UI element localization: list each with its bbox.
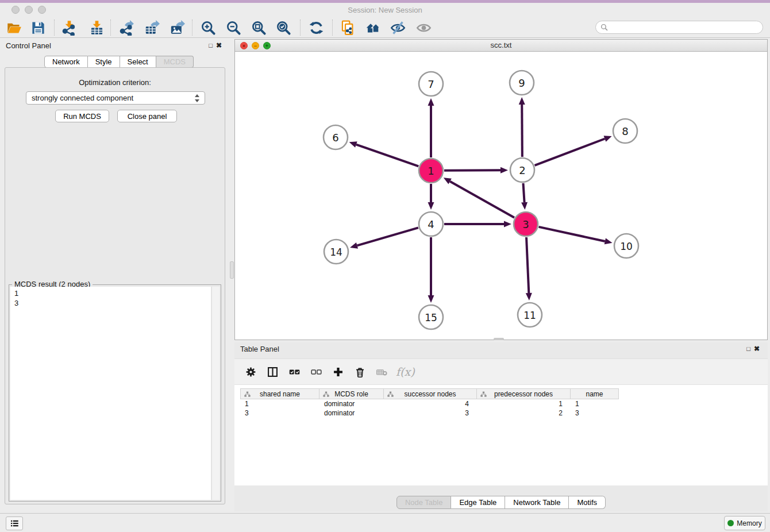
close-panel-icon[interactable]: ✖ bbox=[216, 41, 225, 49]
network-graph[interactable]: 7968124314101511 bbox=[235, 52, 767, 340]
zoom-in-button[interactable] bbox=[197, 18, 220, 37]
import-network-button[interactable] bbox=[57, 18, 80, 37]
memory-button[interactable]: Memory bbox=[724, 516, 765, 530]
window-close-button[interactable] bbox=[11, 6, 20, 14]
network-window-titlebar[interactable]: × − + scc.txt bbox=[235, 40, 767, 52]
tab-motifs[interactable]: Motifs bbox=[569, 496, 606, 509]
column-header-shared-name[interactable]: shared name bbox=[240, 388, 319, 399]
table-cell[interactable]: 3 bbox=[571, 408, 619, 418]
panel-splitter-handle[interactable] bbox=[230, 261, 234, 279]
clone-network-button[interactable] bbox=[336, 18, 359, 37]
optimization-criterion-select[interactable]: strongly connected component bbox=[26, 91, 205, 105]
edge-3-1[interactable] bbox=[450, 182, 514, 218]
network-resize-grip[interactable] bbox=[494, 338, 504, 340]
table-cell[interactable]: 1 bbox=[571, 399, 619, 408]
graph-node-3[interactable]: 3 bbox=[514, 212, 538, 236]
graph-node-8[interactable]: 8 bbox=[613, 119, 637, 143]
edge-1-6[interactable] bbox=[356, 145, 418, 167]
home-button[interactable] bbox=[361, 18, 384, 37]
delete-table-button[interactable] bbox=[374, 364, 389, 379]
open-session-button[interactable] bbox=[2, 18, 25, 37]
unselect-all-columns-button[interactable] bbox=[309, 364, 324, 379]
graph-node-9[interactable]: 9 bbox=[510, 71, 534, 95]
edge-arrowhead bbox=[526, 293, 532, 300]
node-label: 9 bbox=[518, 77, 525, 89]
zoom-out-button[interactable] bbox=[222, 18, 245, 37]
refresh-button[interactable] bbox=[305, 18, 328, 37]
export-table-button[interactable] bbox=[140, 18, 163, 37]
tab-network-table[interactable]: Network Table bbox=[505, 496, 569, 509]
table-cell[interactable]: 4 bbox=[384, 399, 477, 408]
edge-1-2[interactable] bbox=[444, 170, 500, 171]
network-zoom-icon[interactable]: + bbox=[263, 42, 271, 49]
close-panel-button[interactable]: Close panel bbox=[117, 110, 177, 122]
tab-network[interactable]: Network bbox=[44, 56, 88, 68]
add-row-button[interactable] bbox=[330, 364, 345, 379]
tree-icon bbox=[244, 391, 251, 398]
network-close-icon[interactable]: × bbox=[240, 42, 248, 49]
graph-node-14[interactable]: 14 bbox=[324, 240, 348, 264]
table-cell[interactable]: 3 bbox=[240, 408, 319, 418]
edge-3-11[interactable] bbox=[526, 237, 529, 293]
import-table-button[interactable] bbox=[85, 18, 108, 37]
tab-edge-table[interactable]: Edge Table bbox=[451, 496, 505, 509]
tab-node-table[interactable]: Node Table bbox=[396, 496, 452, 509]
table-cell[interactable]: 1 bbox=[240, 399, 319, 408]
table-cell[interactable]: dominator bbox=[319, 399, 384, 408]
table-cell[interactable]: 1 bbox=[477, 399, 571, 408]
table-close-panel-icon[interactable]: ✖ bbox=[754, 345, 763, 353]
network-minimize-icon[interactable]: − bbox=[252, 42, 259, 49]
edge-2-8[interactable] bbox=[535, 138, 605, 165]
delete-row-button[interactable] bbox=[352, 364, 367, 379]
graph-node-11[interactable]: 11 bbox=[518, 303, 542, 327]
column-header-name[interactable]: name bbox=[571, 388, 619, 399]
hide-unselected-button[interactable] bbox=[386, 18, 409, 37]
window-zoom-button[interactable] bbox=[38, 6, 46, 14]
node-table[interactable]: shared nameMCDS rolesuccessor nodesprede… bbox=[240, 388, 619, 418]
function-builder-button[interactable]: f(x) bbox=[396, 365, 415, 378]
table-row[interactable]: 1dominator411 bbox=[240, 399, 619, 408]
run-mcds-button[interactable]: Run MCDS bbox=[55, 110, 109, 122]
edge-4-14[interactable] bbox=[357, 228, 418, 245]
export-network-button[interactable] bbox=[115, 18, 138, 37]
zoom-fit-icon bbox=[251, 20, 267, 36]
tab-style[interactable]: Style bbox=[88, 56, 120, 68]
graph-node-4[interactable]: 4 bbox=[419, 212, 443, 236]
graph-node-6[interactable]: 6 bbox=[324, 125, 348, 149]
column-header-predecessor-nodes[interactable]: predecessor nodes bbox=[477, 388, 571, 399]
table-cell[interactable]: dominator bbox=[319, 408, 384, 418]
edge-2-3[interactable] bbox=[523, 183, 524, 202]
tab-mcds[interactable]: MCDS bbox=[156, 56, 194, 68]
window-traffic-lights[interactable] bbox=[11, 6, 51, 16]
table-settings-button[interactable] bbox=[243, 364, 258, 379]
show-all-button[interactable] bbox=[412, 18, 435, 37]
toolbar-search[interactable] bbox=[595, 21, 763, 34]
graph-node-15[interactable]: 15 bbox=[419, 305, 443, 329]
edge-2-9[interactable] bbox=[522, 105, 522, 157]
graph-node-1[interactable]: 1 bbox=[419, 159, 443, 183]
task-history-button[interactable] bbox=[6, 516, 23, 530]
tab-select[interactable]: Select bbox=[120, 56, 156, 68]
edge-3-10[interactable] bbox=[538, 227, 605, 241]
graph-node-2[interactable]: 2 bbox=[510, 158, 534, 182]
table-float-panel-icon[interactable]: □ bbox=[746, 345, 754, 352]
search-input[interactable] bbox=[611, 24, 758, 32]
select-all-columns-button[interactable] bbox=[287, 364, 302, 379]
column-header-MCDS-role[interactable]: MCDS role bbox=[319, 388, 384, 399]
window-minimize-button[interactable] bbox=[25, 6, 33, 14]
float-panel-icon[interactable]: □ bbox=[209, 42, 216, 49]
export-image-button[interactable] bbox=[165, 18, 188, 37]
mcds-result-list[interactable]: 13 bbox=[10, 287, 211, 500]
table-cell[interactable]: 2 bbox=[477, 408, 571, 418]
zoom-fit-button[interactable] bbox=[247, 18, 270, 37]
graph-node-7[interactable]: 7 bbox=[419, 72, 443, 96]
result-scrollbar[interactable] bbox=[211, 287, 220, 500]
save-session-button[interactable] bbox=[26, 18, 49, 37]
graph-node-10[interactable]: 10 bbox=[614, 234, 638, 258]
zoom-selected-button[interactable] bbox=[272, 18, 295, 37]
column-header-successor-nodes[interactable]: successor nodes bbox=[384, 388, 477, 399]
column-chooser-button[interactable] bbox=[265, 364, 280, 379]
network-canvas[interactable]: 7968124314101511 bbox=[235, 52, 767, 340]
table-cell[interactable]: 3 bbox=[384, 408, 477, 418]
table-row[interactable]: 3dominator323 bbox=[240, 408, 619, 418]
